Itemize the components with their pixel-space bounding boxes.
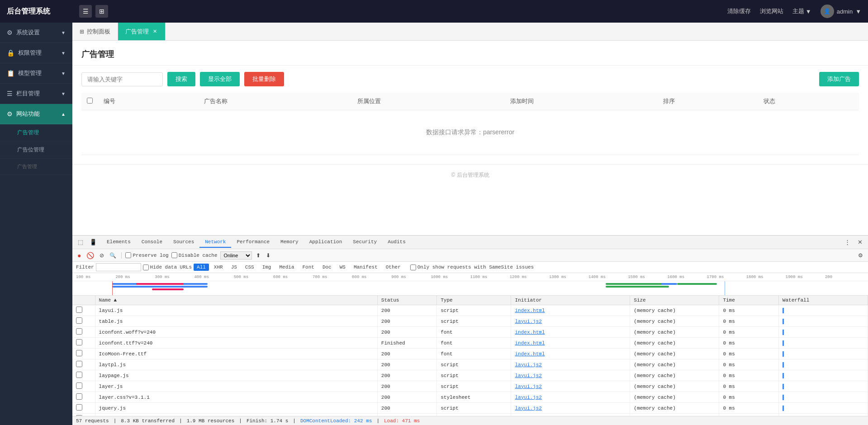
initiator-link[interactable]: index.html xyxy=(515,351,545,357)
clear-btn[interactable]: 🚫 xyxy=(85,251,95,260)
network-table-row[interactable]: IcoMoon-Free.ttf200fontindex.html(memory… xyxy=(72,349,868,359)
row-initiator[interactable]: index.html xyxy=(511,327,630,338)
row-initiator[interactable]: layui.js2 xyxy=(511,359,630,370)
devtools-tab-application[interactable]: Application xyxy=(304,237,348,248)
devtools-tab-sources[interactable]: Sources xyxy=(168,237,199,248)
preserve-log-checkbox[interactable] xyxy=(125,252,131,258)
sidebar-item-site-functions[interactable]: ⚙ 网站功能 ▲ xyxy=(0,104,72,124)
tab-dashboard[interactable]: ⊞ 控制面板 xyxy=(72,23,118,40)
hide-data-urls-label[interactable]: Hide data URLs xyxy=(143,264,192,270)
row-initiator[interactable]: index.html xyxy=(511,305,630,316)
filter-tag-css[interactable]: CSS xyxy=(242,264,257,271)
network-table-row[interactable]: layer.css?v=3.1.1200stylesheetlayui.js2(… xyxy=(72,392,868,403)
sidebar-sub-item-ad-position[interactable]: 广告位管理 xyxy=(0,142,72,159)
col-initiator-header[interactable]: Initiator xyxy=(511,296,630,305)
status-load[interactable]: Load: 471 ms xyxy=(384,418,420,424)
network-table-row[interactable]: jquery.js200scriptlayui.js2(memory cache… xyxy=(72,403,868,414)
sidebar-item-system-settings[interactable]: ⚙ 系统设置 ▼ xyxy=(0,23,72,43)
row-initiator[interactable]: layui.js2 xyxy=(511,370,630,381)
sidebar-item-model-mgmt[interactable]: 📋 模型管理 ▼ xyxy=(0,63,72,84)
row-checkbox[interactable] xyxy=(76,382,82,389)
row-initiator[interactable]: layui.js2 xyxy=(511,381,630,392)
network-table-row[interactable]: laypage.js200scriptlayui.js2(memory cach… xyxy=(72,370,868,381)
devtools-tab-network[interactable]: Network xyxy=(199,237,231,248)
same-site-checkbox[interactable] xyxy=(410,264,416,270)
row-checkbox[interactable] xyxy=(76,307,82,313)
browse-site-btn[interactable]: 浏览网站 xyxy=(760,7,783,15)
devtools-device-btn[interactable]: 📱 xyxy=(88,238,99,246)
filter-tag-img[interactable]: Img xyxy=(259,264,275,271)
initiator-link[interactable]: layui.js2 xyxy=(515,384,541,389)
row-checkbox[interactable] xyxy=(76,372,82,378)
network-table-row[interactable]: layui.js200scriptindex.html(memory cache… xyxy=(72,305,868,316)
filter-tag-other[interactable]: Other xyxy=(383,264,404,271)
col-status-header[interactable]: Status xyxy=(377,296,436,305)
sidebar-item-column-mgmt[interactable]: ☰ 栏目管理 ▼ xyxy=(0,84,72,104)
theme-btn[interactable]: 主题 ▼ xyxy=(792,7,811,15)
filter-tag-ws[interactable]: WS xyxy=(337,264,349,271)
row-initiator[interactable]: index.html xyxy=(511,338,630,349)
network-table-row[interactable]: layer.js200scriptlayui.js2(memory cache)… xyxy=(72,381,868,392)
filter-tag-font[interactable]: Font xyxy=(299,264,318,271)
row-checkbox[interactable] xyxy=(76,317,82,324)
clear-cache-btn[interactable]: 清除缓存 xyxy=(727,7,751,15)
throttle-select[interactable]: Online Fast 3G Slow 3G Offline xyxy=(220,251,252,260)
batch-delete-button[interactable]: 批量删除 xyxy=(244,72,284,86)
initiator-link[interactable]: layui.js2 xyxy=(515,373,541,378)
network-table-row[interactable]: iconfont.woff?v=240200fontindex.html(mem… xyxy=(72,327,868,338)
row-initiator[interactable]: index.html xyxy=(511,349,630,359)
row-checkbox[interactable] xyxy=(76,404,82,411)
col-time-header[interactable]: Time xyxy=(719,296,778,305)
filter-tag-all[interactable]: All xyxy=(194,264,209,271)
hide-data-urls-checkbox[interactable] xyxy=(143,264,149,270)
network-table-wrap[interactable]: Name ▲ Status Type Initiator Size Time W… xyxy=(72,296,868,416)
same-site-label[interactable]: Only show requests with SameSite issues xyxy=(410,264,534,270)
col-size-header[interactable]: Size xyxy=(630,296,719,305)
filter-tag-manifest[interactable]: Manifest xyxy=(351,264,381,271)
import-btn[interactable]: ⬆ xyxy=(255,252,262,259)
disable-cache-checkbox[interactable] xyxy=(171,252,177,258)
devtools-tab-console[interactable]: Console xyxy=(136,237,168,248)
devtools-close-btn[interactable]: ✕ xyxy=(856,238,864,246)
search-input[interactable] xyxy=(81,72,163,86)
devtools-more-btn[interactable]: ⋮ xyxy=(843,238,852,246)
devtools-inspect-btn[interactable]: ⬚ xyxy=(76,238,85,246)
export-btn[interactable]: ⬇ xyxy=(265,252,272,259)
row-initiator[interactable]: layui.js2 xyxy=(511,403,630,414)
network-table-row[interactable]: iconfont.ttf?v=240Finishedfontindex.html… xyxy=(72,338,868,349)
initiator-link[interactable]: layui.js2 xyxy=(515,362,541,368)
disable-cache-label[interactable]: Disable cache xyxy=(171,252,218,258)
row-checkbox[interactable] xyxy=(76,339,82,345)
initiator-link[interactable]: index.html xyxy=(515,330,545,335)
search-btn[interactable]: 🔍 xyxy=(108,252,118,259)
initiator-link[interactable]: index.html xyxy=(515,340,545,346)
filter-tag-doc[interactable]: Doc xyxy=(319,264,335,271)
initiator-link[interactable]: layui.js2 xyxy=(515,319,541,324)
initiator-link[interactable]: layui.js2 xyxy=(515,406,541,411)
preserve-log-label[interactable]: Preserve log xyxy=(125,252,168,258)
sidebar-sub-item-ad-mgmt[interactable]: 广告管理 xyxy=(0,124,72,142)
admin-btn[interactable]: 👤 admin ▼ xyxy=(821,5,861,18)
filter-toggle-btn[interactable]: ⊘ xyxy=(98,252,105,259)
tab-close-icon[interactable]: ✕ xyxy=(152,28,158,35)
row-initiator[interactable]: layui.js2 xyxy=(511,316,630,327)
show-all-button[interactable]: 显示全部 xyxy=(200,72,240,86)
select-all-checkbox[interactable] xyxy=(87,98,93,104)
network-table-row[interactable]: laytpl.js200scriptlayui.js2(memory cache… xyxy=(72,359,868,370)
devtools-tab-memory[interactable]: Memory xyxy=(275,237,304,248)
col-waterfall-header[interactable]: Waterfall xyxy=(778,296,868,305)
add-ad-button[interactable]: 添加广告 xyxy=(819,72,859,86)
col-name-header[interactable]: Name ▲ xyxy=(95,296,377,305)
filter-tag-media[interactable]: Media xyxy=(276,264,297,271)
filter-tag-xhr[interactable]: XHR xyxy=(211,264,226,271)
row-checkbox[interactable] xyxy=(76,328,82,335)
devtools-tab-security[interactable]: Security xyxy=(347,237,382,248)
initiator-link[interactable]: layui.js2 xyxy=(515,395,541,400)
row-checkbox[interactable] xyxy=(76,350,82,356)
tab-ad-mgmt[interactable]: 广告管理 ✕ xyxy=(118,23,166,40)
status-dom-content-loaded[interactable]: DOMContentLoaded: 242 ms xyxy=(300,418,372,424)
grid-icon-btn[interactable]: ⊞ xyxy=(95,5,108,18)
initiator-link[interactable]: index.html xyxy=(515,308,545,313)
sidebar-item-permission-mgmt[interactable]: 🔒 权限管理 ▼ xyxy=(0,43,72,63)
row-initiator[interactable]: layui.js2 xyxy=(511,392,630,403)
